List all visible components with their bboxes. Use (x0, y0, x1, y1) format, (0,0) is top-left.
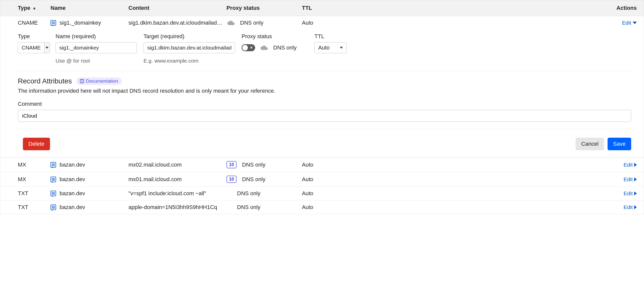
dns-records-table: Type ▲ Name Content Proxy status TTL Act… (0, 0, 644, 214)
edit-link-text: Edit (624, 204, 633, 210)
cell-type: MX (0, 162, 51, 168)
cell-name-text: bazan.dev (60, 204, 85, 211)
label-target: Target (required) (144, 33, 235, 40)
toggle-off-icon: ✕ (250, 45, 253, 49)
cell-name: bazan.dev (51, 190, 128, 197)
cell-proxy: DNS only (226, 204, 302, 211)
comment-input[interactable] (18, 110, 631, 122)
cell-content: apple-domain=1N5I3hh9S9hHH1Cq (128, 204, 226, 211)
comment-icon (51, 20, 56, 26)
name-input[interactable] (56, 42, 137, 53)
record-attributes-title: Record Attributes (18, 77, 72, 85)
hint-name: Use @ for root (56, 58, 137, 64)
proxy-toggle[interactable]: ✕ (242, 44, 255, 51)
delete-button[interactable]: Delete (23, 138, 50, 150)
cell-proxy-text: DNS only (237, 190, 260, 197)
col-header-proxy[interactable]: Proxy status (226, 5, 302, 11)
chevron-right-icon (634, 191, 637, 195)
edit-link[interactable]: Edit (624, 176, 637, 182)
cell-content: mx01.mail.icloud.com (128, 176, 226, 183)
label-ttl: TTL (314, 33, 365, 40)
type-select-toggle[interactable] (44, 42, 50, 53)
target-input[interactable] (144, 42, 235, 53)
col-header-type[interactable]: Type ▲ (0, 5, 51, 11)
edit-link[interactable]: Edit (624, 162, 637, 168)
col-header-name[interactable]: Name (51, 5, 128, 11)
cell-proxy-text: DNS only (242, 176, 265, 183)
chevron-down-icon (633, 22, 637, 24)
documentation-link-text: Documentation (86, 78, 118, 84)
cell-ttl: Auto (302, 176, 365, 183)
chevron-down-icon (340, 47, 343, 49)
edit-link[interactable]: Edit (624, 204, 637, 210)
cell-ttl: Auto (302, 190, 365, 197)
cell-proxy-text: DNS only (237, 204, 260, 211)
comment-icon (51, 205, 56, 210)
edit-actions-row: Delete Cancel Save (18, 138, 631, 150)
cell-actions: Edit (365, 20, 644, 26)
cell-proxy-text: DNS only (240, 20, 263, 26)
sort-asc-icon: ▲ (32, 6, 36, 10)
cell-name: bazan.dev (51, 162, 128, 168)
edit-link-text: Edit (624, 190, 633, 196)
cell-ttl: Auto (302, 204, 365, 211)
edit-link-text: Edit (624, 162, 633, 168)
cell-type: TXT (0, 190, 51, 197)
chevron-right-icon (634, 177, 637, 181)
cell-content: mx02.mail.icloud.com (128, 162, 226, 168)
comment-icon (51, 191, 56, 196)
cell-proxy: DNS only (226, 190, 302, 197)
edit-link[interactable]: Edit (624, 190, 637, 196)
chevron-down-icon (45, 47, 49, 49)
edit-link-text: Edit (624, 176, 633, 182)
cell-content: sig1.dkim.bazan.dev.at.icloudmailadmin..… (128, 20, 226, 26)
type-select-value: CNAME (18, 45, 44, 51)
record-attributes-header: Record Attributes Documentation (18, 77, 631, 85)
priority-badge: 10 (226, 176, 237, 183)
record-attributes-desc: The information provided here will not i… (18, 88, 631, 94)
ttl-select[interactable]: Auto (314, 42, 347, 53)
cell-proxy-text: DNS only (242, 162, 265, 168)
col-header-type-label: Type (18, 5, 30, 11)
field-target: Target (required) E.g. www.example.com (144, 33, 242, 64)
record-edit-panel: Type CNAME Name (required) Use @ for roo… (0, 30, 644, 158)
cell-proxy: DNS only (226, 20, 302, 26)
cell-content: "v=spf1 include:icloud.com ~all" (128, 190, 226, 197)
hint-target: E.g. www.example.com (144, 58, 235, 64)
label-proxy: Proxy status (242, 33, 314, 40)
comment-field: Comment (18, 101, 631, 122)
field-proxy: Proxy status ✕ DNS only (242, 33, 314, 51)
cell-actions: Edit (365, 162, 644, 168)
edit-link[interactable]: Edit (622, 20, 637, 26)
cell-name: sig1._domainkey (51, 20, 128, 26)
cell-actions: Edit (365, 204, 644, 210)
cell-proxy: 10 DNS only (226, 176, 302, 183)
cell-type: MX (0, 176, 51, 183)
divider (18, 71, 631, 71)
col-header-actions: Actions (375, 5, 644, 11)
chevron-right-icon (634, 163, 637, 167)
label-type: Type (18, 33, 56, 40)
toggle-knob (242, 45, 248, 50)
priority-badge: 10 (226, 161, 237, 168)
cell-proxy: 10 DNS only (226, 161, 302, 168)
cell-type: CNAME (0, 20, 51, 26)
ttl-select-value: Auto (318, 44, 330, 51)
documentation-link[interactable]: Documentation (76, 77, 122, 85)
table-row: TXT bazan.dev "v=spf1 include:icloud.com… (0, 187, 644, 200)
table-row: MX bazan.dev mx01.mail.icloud.com 10 DNS… (0, 172, 644, 187)
comment-label: Comment (18, 101, 631, 107)
col-header-content[interactable]: Content (128, 5, 226, 11)
col-header-ttl[interactable]: TTL (302, 5, 375, 11)
cell-ttl: Auto (302, 162, 365, 168)
cancel-button[interactable]: Cancel (576, 138, 604, 150)
label-name: Name (required) (56, 33, 137, 40)
field-ttl: TTL Auto (314, 33, 365, 53)
edit-link-text: Edit (622, 20, 631, 26)
type-select[interactable]: CNAME (18, 42, 50, 53)
cell-actions: Edit (365, 176, 644, 182)
save-button[interactable]: Save (608, 138, 631, 150)
field-type: Type CNAME (18, 33, 56, 53)
cell-type: TXT (0, 204, 51, 211)
cell-name-text: sig1._domainkey (60, 20, 101, 26)
